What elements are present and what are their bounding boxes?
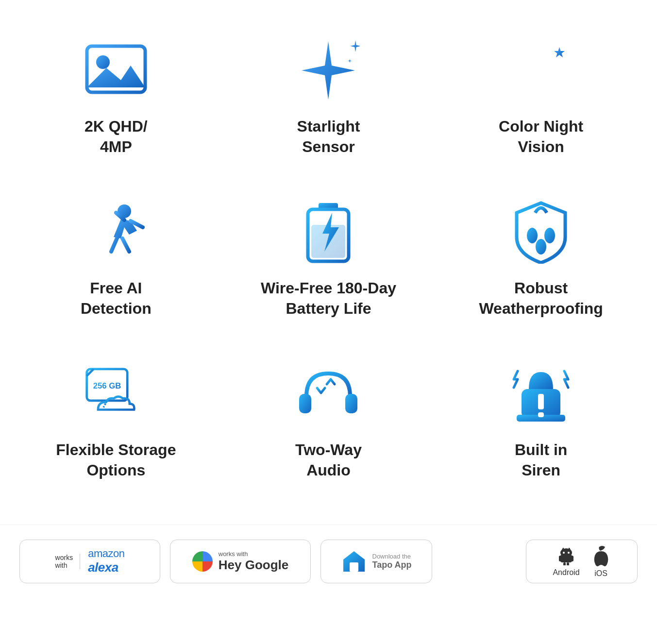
tapo-text: Download the Tapo App [372, 553, 412, 570]
google-icon [192, 551, 213, 572]
google-works-with-text: works with [219, 550, 248, 558]
feature-battery: Wire-Free 180-Day Battery Life [222, 181, 435, 343]
feature-ai: Free AI Detection [10, 181, 222, 343]
battery-icon [297, 201, 360, 264]
weather-icon [509, 201, 573, 264]
feature-label-starlight: Starlight Sensor [297, 117, 360, 157]
svg-rect-36 [559, 556, 561, 561]
features-grid: 2K QHD/ 4MP Starlight Sensor [0, 0, 657, 515]
alexa-works-label-2: with [55, 561, 67, 569]
ios-label: iOS [594, 569, 607, 578]
google-badge[interactable]: works with Hey Google [170, 540, 311, 583]
svg-point-35 [568, 552, 570, 554]
svg-text:256 GB: 256 GB [93, 381, 121, 390]
nightvision-icon [509, 39, 573, 102]
alexa-text: alexa [88, 560, 118, 575]
feature-label-weather: Robust Weatherproofing [479, 278, 603, 319]
siren-icon [509, 362, 573, 425]
svg-rect-22 [345, 394, 357, 413]
feature-label-siren: Built in Siren [515, 440, 567, 480]
svg-line-8 [122, 238, 129, 252]
tapo-app-text: Tapo App [372, 560, 412, 570]
feature-label-resolution: 2K QHD/ 4MP [84, 117, 148, 157]
feature-label-ai: Free AI Detection [81, 278, 152, 319]
feature-starlight: Starlight Sensor [222, 19, 435, 181]
svg-point-14 [527, 228, 538, 243]
ai-icon [84, 201, 148, 264]
svg-point-16 [536, 239, 546, 254]
tapo-icon [341, 549, 367, 574]
svg-rect-37 [571, 556, 573, 561]
alexa-works-label-1: works [55, 554, 73, 561]
feature-label-nightvision: Color Night Vision [499, 117, 583, 157]
feature-audio: Two-Way Audio [222, 343, 435, 505]
svg-rect-27 [538, 394, 544, 409]
feature-label-battery: Wire-Free 180-Day Battery Life [261, 278, 396, 319]
feature-label-audio: Two-Way Audio [295, 440, 362, 480]
alexa-brand: amazon alexa [88, 547, 124, 575]
svg-point-15 [544, 228, 555, 243]
feature-storage: 256 GB Flexible Storage Options [10, 343, 222, 505]
ios-platform: iOS [591, 545, 611, 578]
feature-nightvision: Color Night Vision [435, 19, 647, 181]
bottom-bar: works with amazon alexa works with Hey G… [0, 525, 657, 603]
google-hey-text: Hey Google [219, 558, 288, 573]
feature-label-storage: Flexible Storage Options [56, 440, 176, 480]
svg-point-34 [563, 552, 565, 554]
svg-rect-39 [567, 562, 569, 565]
svg-rect-29 [350, 562, 358, 572]
alexa-amazon-text: amazon [88, 547, 124, 560]
image-icon [84, 39, 148, 102]
svg-rect-31 [560, 555, 572, 562]
feature-resolution: 2K QHD/ 4MP [10, 19, 222, 181]
svg-rect-28 [538, 412, 544, 417]
alexa-badge[interactable]: works with amazon alexa [19, 540, 160, 583]
svg-marker-2 [87, 66, 145, 87]
feature-siren: Built in Siren [435, 343, 647, 505]
audio-icon [297, 362, 360, 425]
tapo-app-badge[interactable]: Download the Tapo App [320, 540, 432, 583]
google-brand: works with Hey Google [219, 550, 288, 573]
platforms-badge: Android iOS [526, 540, 638, 583]
svg-point-1 [96, 55, 110, 69]
android-label: Android [553, 568, 579, 577]
svg-line-7 [111, 237, 118, 252]
platforms-row: Android iOS [553, 545, 610, 578]
storage-icon: 256 GB [84, 362, 148, 425]
svg-rect-38 [563, 562, 566, 565]
tapo-download-text: Download the [372, 553, 411, 560]
android-platform: Android [553, 546, 579, 577]
starlight-icon [297, 39, 360, 102]
alexa-works-with-text: works with [55, 554, 81, 569]
feature-weather: Robust Weatherproofing [435, 181, 647, 343]
svg-rect-21 [299, 394, 311, 413]
